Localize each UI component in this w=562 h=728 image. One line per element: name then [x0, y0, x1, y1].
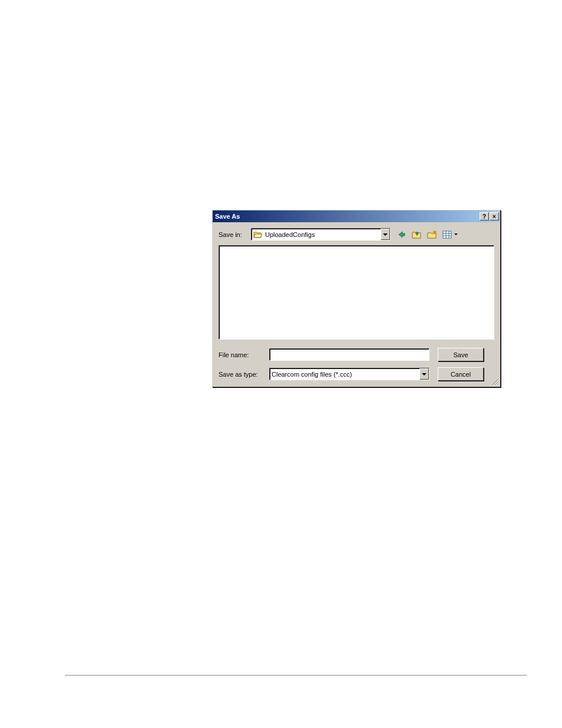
back-button[interactable] [395, 228, 408, 241]
chevron-down-icon [422, 373, 427, 375]
folder-up-icon [412, 230, 422, 239]
new-folder-button[interactable] [426, 228, 439, 241]
save-as-type-row: Save as type: Clearcom config files (*.c… [219, 367, 494, 381]
save-in-value-wrap: UploadedConfigs [252, 230, 381, 239]
new-folder-icon [427, 230, 438, 239]
folder-open-icon [253, 230, 263, 239]
cancel-button[interactable]: Cancel [438, 367, 484, 381]
file-name-input[interactable] [269, 348, 429, 361]
save-as-dialog: Save As ? × Save in: UploadedConfigs [212, 210, 501, 387]
save-in-value: UploadedConfigs [265, 231, 315, 238]
close-button[interactable]: × [490, 212, 499, 220]
dialog-title: Save As [215, 213, 479, 220]
save-as-type-value: Clearcom config files (*.ccc) [272, 371, 352, 378]
save-as-type-dropdown-arrow[interactable] [419, 368, 429, 380]
save-button[interactable]: Save [438, 348, 484, 361]
dialog-body: Save in: UploadedConfigs [213, 222, 500, 387]
up-one-level-button[interactable] [411, 228, 424, 241]
view-menu-button[interactable] [441, 228, 459, 241]
save-as-type-combo[interactable]: Clearcom config files (*.ccc) [269, 368, 429, 380]
file-name-row: File name: Save [219, 348, 494, 361]
save-in-label: Save in: [219, 231, 251, 238]
chevron-down-icon [383, 233, 388, 236]
save-in-dropdown-arrow[interactable] [381, 229, 390, 240]
view-grid-icon [442, 230, 452, 239]
view-menu-arrow[interactable] [453, 228, 459, 241]
arrow-left-icon [397, 230, 406, 239]
help-icon: ? [482, 213, 486, 220]
chevron-down-icon [454, 233, 458, 235]
resize-grip[interactable] [491, 377, 499, 386]
resize-grip-icon [491, 377, 499, 386]
save-in-combo[interactable]: UploadedConfigs [251, 228, 391, 241]
save-in-row: Save in: UploadedConfigs [219, 228, 494, 241]
nav-toolbar [395, 228, 459, 241]
close-icon: × [492, 213, 496, 220]
svg-rect-4 [443, 231, 451, 238]
file-name-label: File name: [219, 351, 269, 358]
titlebar-buttons: ? × [479, 212, 499, 220]
save-as-type-value-wrap: Clearcom config files (*.ccc) [270, 371, 419, 378]
help-button[interactable]: ? [480, 212, 489, 220]
titlebar[interactable]: Save As ? × [213, 210, 500, 222]
file-list[interactable] [219, 245, 494, 340]
page-footer-rule [65, 675, 527, 676]
save-as-type-label: Save as type: [219, 371, 269, 378]
